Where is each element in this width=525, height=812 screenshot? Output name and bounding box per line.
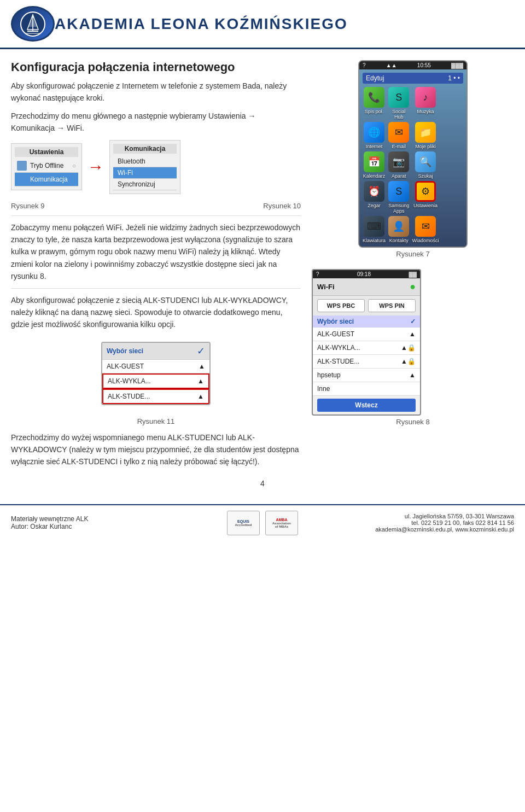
phone-7: ? ▲▲ 10:55 ▓▓▓ Edytuj 1 • • 📞 Spis poł <box>358 60 468 248</box>
comm-sync: Synchronizuj <box>113 179 177 190</box>
wps-pbc-btn[interactable]: WPS PBC <box>317 299 365 312</box>
wifi-hpsetup-name: hpsetup <box>317 371 341 379</box>
social-icon: S <box>388 87 409 108</box>
wifi-net-hpsetup[interactable]: hpsetup ▲ <box>313 369 420 382</box>
phone-icon-email: ✉ E-mail <box>388 122 410 149</box>
phone-edit-bar: Edytuj 1 • • <box>363 73 463 84</box>
spacer1 <box>442 87 463 108</box>
phone-icon-aparat: 📷 Aparat <box>388 151 410 179</box>
wifi-status-time: 09:18 <box>357 271 371 277</box>
footer-logos: EQUIS Accredited AMBA Associationof MBAs <box>179 511 347 535</box>
wifi-alk-wykla-name: ALK-WYKLA... <box>317 344 360 352</box>
phone-edit-label: Edytuj <box>366 74 384 82</box>
wifi-hpsetup-signal: ▲ <box>409 371 416 379</box>
phone-icon-spis: 📞 Spis poł. <box>363 87 386 120</box>
footer-line2: Autor: Oskar Kurlanc <box>11 523 179 530</box>
wiad-icon: ✉ <box>415 216 436 237</box>
wifi-header-bar: Wi-Fi ● <box>313 278 420 296</box>
rysunek8-label: Rysunek 8 <box>312 418 514 426</box>
settings-images: Ustawienia Tryb Offline ○ Komunikacja → … <box>11 140 301 194</box>
phone-icon-klaw: ⌨ Klawiatura <box>363 216 386 243</box>
phone-screenshot-7: ? ▲▲ 10:55 ▓▓▓ Edytuj 1 • • 📞 Spis poł <box>312 60 514 258</box>
ustawienia-label: Ustawienia <box>413 203 438 208</box>
university-logo <box>11 6 55 42</box>
files-label: Moje pliki <box>415 144 436 149</box>
samsung-icon: S <box>388 181 409 202</box>
wybor-check-icon: ✓ <box>410 318 416 325</box>
wifi-text1: Zobaczymy menu połączeń WiFi. Jeżeli nie… <box>11 221 301 283</box>
wifi-check-icon: ✓ <box>197 345 205 357</box>
email-label: E-mail <box>392 144 406 149</box>
settings-row-offline-label: Tryb Offline <box>30 162 63 170</box>
muzyka-icon: ♪ <box>415 87 436 108</box>
settings-box: Ustawienia Tryb Offline ○ Komunikacja <box>11 143 82 190</box>
wifi-phone-8: ? 09:18 ▓▓ Wi-Fi ● WPS PBC WPS PIN Wybór… <box>312 269 421 416</box>
rysunek9-label: Rysunek 9 <box>11 202 44 210</box>
footer-left: Materiały wewnętrzne ALK Autor: Oskar Ku… <box>11 515 179 530</box>
status-battery: ▓▓▓ <box>451 62 463 68</box>
settings-row-offline: Tryb Offline ○ <box>15 159 78 173</box>
status-question: ? <box>363 62 366 68</box>
wifi-small-header: Wybór sieci ✓ <box>102 343 209 360</box>
klaw-icon: ⌨ <box>364 216 384 237</box>
left-column: Konfiguracja połączenia internetowego Ab… <box>11 60 301 474</box>
szukaj-icon: 🔍 <box>415 151 436 172</box>
wifi-net-inne[interactable]: Inne <box>313 382 420 396</box>
wifi-wstecz-btn[interactable]: Wstecz <box>317 399 416 412</box>
phone-icon-muzyka: ♪ Muzyka <box>412 87 439 120</box>
wifi-item-alk-guest-signal: ▲ <box>199 363 205 370</box>
aparat-icon: 📷 <box>388 151 409 172</box>
samsung-label: Samsung Apps <box>388 203 410 214</box>
equis-logo: EQUIS Accredited <box>227 511 260 535</box>
comm-wifi: Wi-Fi <box>113 167 177 179</box>
wps-pin-btn[interactable]: WPS PIN <box>368 299 416 312</box>
figures-row-9-10: Rysunek 9 Rysunek 10 <box>11 200 301 210</box>
phone-icon-kontakty: 👤 Kontakty <box>388 216 410 243</box>
phone-icon-zegar: ⏰ Zegar <box>363 181 386 214</box>
offline-icon <box>17 161 27 171</box>
phone-icon-space4 <box>441 181 463 214</box>
szukaj-label: Szukaj <box>418 173 433 179</box>
page-header: AKADEMIA LEONA KOŹMIŃSKIEGO <box>0 0 525 49</box>
wifi-net-alk-stude[interactable]: ALK-STUDE... ▲🔒 <box>313 355 420 369</box>
files-icon: 📁 <box>415 122 436 143</box>
kontakty-label: Kontakty <box>389 238 409 243</box>
status-wifi: ▲▲ <box>386 62 397 68</box>
wifi-small-item-1: ALK-GUEST ▲ <box>102 360 209 373</box>
wifi-net-alk-guest[interactable]: ALK-GUEST ▲ <box>313 328 420 341</box>
wybor-sieci-header: Wybór sieci ✓ <box>313 316 420 328</box>
phone-icon-space3 <box>441 151 463 179</box>
wifi-status-q: ? <box>316 271 319 277</box>
phone-icon-social: S Social Hub <box>388 87 410 120</box>
social-label: Social Hub <box>388 109 410 120</box>
footer-address: ul. Jagiellońska 57/59, 03-301 Warszawa <box>346 513 514 519</box>
wifi-alk-stude-name: ALK-STUDE... <box>317 358 359 365</box>
amba-logo: AMBA Associationof MBAs <box>265 511 298 535</box>
wifi-item-alk-wykla-label: ALK-WYKLA... <box>108 377 151 385</box>
wifi-net-alk-wykla[interactable]: ALK-WYKLA... ▲🔒 <box>313 341 420 355</box>
phone-icon-space1 <box>441 87 463 120</box>
kal-icon: 📅 <box>364 151 384 172</box>
muzyka-label: Muzyka <box>417 109 434 114</box>
phone-icon-ustawienia: ⚙ Ustawienia <box>412 181 439 214</box>
spacer3 <box>442 151 463 172</box>
phone-icon-kal: 📅 Kalendarz <box>363 151 386 179</box>
rysunek7-label: Rysunek 7 <box>312 250 514 258</box>
spacer4 <box>442 181 463 202</box>
wifi-alk-guest-signal: ▲ <box>409 330 416 338</box>
phone-icon-space2 <box>441 122 463 149</box>
intro-text: Aby skonfigurować połączenie z Internete… <box>11 80 301 104</box>
comm-bluetooth: Bluetooth <box>113 156 177 167</box>
wifi-status-icons: ▓▓ <box>409 271 417 277</box>
bottom-text: Przechodzimy do wyżej wspomnianego menu … <box>11 431 301 468</box>
university-name: AKADEMIA LEONA KOŹMIŃSKIEGO <box>55 15 348 33</box>
phone-status-bar: ? ▲▲ 10:55 ▓▓▓ <box>359 61 466 69</box>
aparat-label: Aparat <box>392 173 406 179</box>
phone-screenshot-8: ? 09:18 ▓▓ Wi-Fi ● WPS PBC WPS PIN Wybór… <box>312 269 514 426</box>
phone-icon-szukaj: 🔍 Szukaj <box>412 151 439 179</box>
wifi-item-alk-wykla-signal: ▲ <box>197 377 204 385</box>
kal-label: Kalendarz <box>363 173 386 179</box>
wifi-alk-stude-signal: ▲🔒 <box>401 358 416 365</box>
phone-dots: 1 • • <box>448 74 460 82</box>
page-footer: Materiały wewnętrzne ALK Autor: Oskar Ku… <box>0 504 525 541</box>
